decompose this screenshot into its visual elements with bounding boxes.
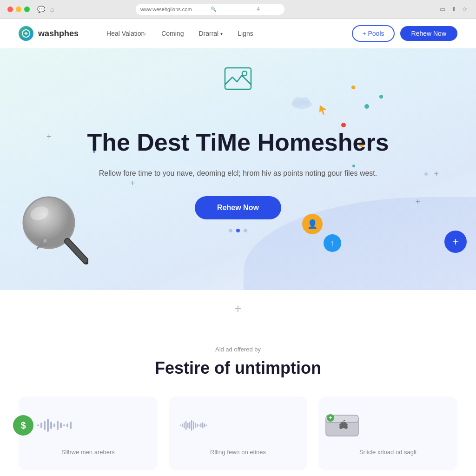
logo-text: washphes	[38, 29, 79, 39]
svg-rect-30	[191, 420, 192, 431]
svg-rect-38	[206, 425, 207, 426]
card-1-label: Sllhwe men arebers	[30, 449, 146, 456]
chat-icon[interactable]: 💬	[37, 6, 45, 13]
svg-rect-28	[187, 423, 189, 428]
wallet-icon: +	[325, 411, 362, 437]
svg-rect-24	[180, 425, 181, 426]
svg-rect-18	[53, 423, 55, 427]
arrow-up-icon: ↑	[331, 238, 335, 248]
section-divider: +	[0, 290, 476, 327]
card-2-label: Rlling fewn on etines	[180, 449, 297, 456]
nav-link-ligns[interactable]: Ligns	[238, 30, 253, 37]
hero-subtitle: Rellow fore time to you nave, deoming el…	[75, 167, 401, 179]
divider-plus-icon: +	[234, 301, 242, 316]
address-bar[interactable]: www.wesehglions.com 🔍 4	[136, 4, 284, 15]
navbar: washphes Heal Valation· Coming Drarral ▾…	[0, 19, 476, 48]
carousel-dot-3[interactable]	[244, 229, 247, 232]
nav-links: Heal Valation· Coming Drarral ▾ Ligns	[106, 30, 253, 37]
svg-rect-15	[44, 421, 46, 430]
fab-plus-button[interactable]: +	[444, 231, 467, 253]
svg-rect-35	[200, 423, 202, 428]
deco-plus-right2: +	[434, 169, 439, 179]
svg-rect-14	[40, 423, 42, 428]
home-icon[interactable]: ⌂	[48, 6, 56, 13]
renew-now-button[interactable]: Rehew Now	[400, 26, 457, 41]
carousel-dot-1[interactable]	[229, 229, 232, 232]
waveform-2	[180, 414, 208, 437]
svg-rect-20	[60, 423, 62, 428]
logo-icon	[19, 26, 33, 41]
section-title: Festire of untimption	[19, 358, 457, 378]
card-2: Rlling fewn on etines	[169, 397, 308, 470]
cast-icon[interactable]: ▭	[439, 6, 446, 13]
deco-plus-right: +	[415, 197, 420, 207]
svg-rect-26	[184, 423, 185, 429]
card-1: $	[19, 397, 158, 470]
svg-rect-13	[37, 424, 39, 426]
minimize-button[interactable]	[16, 7, 21, 12]
svg-rect-8	[225, 68, 251, 89]
nav-link-drarral[interactable]: Drarral ▾	[198, 30, 223, 37]
url-text: www.wesehglions.com	[140, 7, 192, 12]
maximize-button[interactable]	[24, 7, 30, 12]
hero-title: The Dest TiMe Homeshers	[75, 129, 401, 156]
dollar-icon: $	[13, 415, 33, 436]
page-content: washphes Heal Valation· Coming Drarral ▾…	[0, 19, 476, 476]
card-3-icon-wrap: +	[330, 411, 357, 439]
card-2-icon-wrap	[180, 411, 208, 439]
hero-content: The Dest TiMe Homeshers Rellow fore time…	[75, 101, 401, 232]
deco-star-icon: ✦	[423, 169, 430, 179]
deco-dot-orange	[351, 86, 355, 89]
browser-nav-icons: 💬 ⌂	[37, 6, 56, 13]
pools-button[interactable]: + Pools	[352, 25, 394, 42]
browser-actions: ▭ ⬆ ☆	[439, 6, 469, 13]
svg-rect-19	[57, 421, 59, 430]
deco-tool-icon	[35, 237, 49, 253]
logo[interactable]: washphes	[19, 26, 79, 41]
svg-rect-29	[189, 422, 191, 429]
svg-rect-33	[197, 424, 198, 427]
search-icon: 🔍	[192, 7, 235, 12]
svg-rect-31	[193, 422, 194, 430]
svg-rect-34	[198, 425, 200, 426]
traffic-lights	[7, 7, 30, 12]
svg-rect-27	[185, 421, 187, 430]
section-eyebrow: Ald ad offered by	[19, 346, 457, 353]
close-button[interactable]	[7, 7, 13, 12]
nav-link-coming[interactable]: Coming	[161, 30, 184, 37]
features-section: Ald ad offered by Festire of untimption …	[0, 327, 476, 470]
share-icon[interactable]: ⬆	[450, 6, 457, 13]
svg-line-4	[67, 241, 85, 260]
carousel-dot-2[interactable]	[236, 229, 240, 232]
svg-rect-37	[204, 424, 205, 427]
nav-link-heal-valation[interactable]: Heal Valation·	[106, 30, 146, 37]
svg-rect-32	[195, 423, 196, 428]
hero-carousel-dots	[75, 229, 401, 232]
svg-rect-17	[50, 422, 52, 429]
svg-point-9	[242, 71, 247, 76]
svg-rect-23	[70, 422, 72, 429]
float-avatar-blue: ↑	[324, 234, 341, 252]
svg-rect-22	[66, 423, 68, 427]
deco-dot-teal3	[379, 95, 383, 99]
cards-row: $	[19, 397, 457, 470]
card-1-icon-wrap: $	[30, 411, 58, 439]
nav-actions: + Pools Rehew Now	[352, 25, 457, 42]
hero-section: + + + + ✦	[0, 48, 476, 290]
svg-rect-16	[47, 419, 49, 432]
svg-text:+: +	[329, 415, 332, 421]
svg-rect-25	[182, 424, 183, 427]
chevron-down-icon: ▾	[220, 31, 223, 36]
deco-plus-left: +	[46, 132, 52, 142]
card-3-label: Srlicle xrload od saglt	[330, 449, 446, 456]
bookmark-icon[interactable]: ☆	[461, 6, 469, 13]
card-3: + Srlicle xrload od saglt	[318, 397, 457, 470]
tab-count: 4	[237, 7, 280, 12]
svg-rect-36	[202, 423, 204, 429]
browser-chrome: 💬 ⌂ www.wesehglions.com 🔍 4 ▭ ⬆ ☆	[0, 0, 476, 19]
hero-cta-button[interactable]: Rehew Now	[195, 196, 281, 219]
hero-frame-icon	[224, 67, 252, 90]
svg-point-12	[43, 239, 47, 243]
waveform-1	[37, 416, 74, 435]
svg-rect-21	[63, 424, 65, 426]
